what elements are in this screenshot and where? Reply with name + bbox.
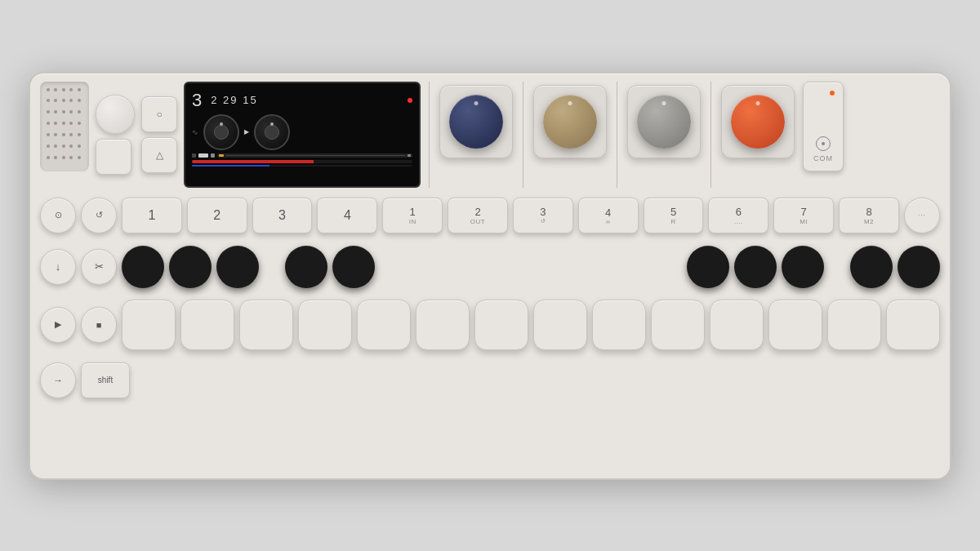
pad-9[interactable]: [782, 246, 824, 288]
dots-button[interactable]: ···: [904, 198, 940, 233]
play-button[interactable]: ▶: [40, 307, 76, 343]
key-5[interactable]: [357, 300, 411, 350]
screen-dial-right: [254, 114, 290, 150]
record-icon: ⊙: [55, 210, 62, 220]
knob-orange[interactable]: [731, 95, 785, 149]
speaker-grille: [40, 82, 89, 171]
pad-8[interactable]: [734, 246, 777, 288]
ch2out-num: 2: [474, 206, 480, 218]
track-number: 3: [192, 90, 201, 111]
arrow-icon: →: [53, 375, 63, 386]
knob-platform-3: [627, 85, 701, 158]
channel-button-1[interactable]: 1: [122, 198, 182, 233]
ch2out-sub: OUT: [470, 218, 485, 225]
key-9[interactable]: [592, 300, 646, 350]
microphone-icon: ○: [156, 109, 162, 120]
key-14[interactable]: [886, 300, 940, 350]
ch4l-num: 4: [605, 207, 611, 219]
key-row: ▶ ■: [40, 297, 940, 353]
dots-icon: ···: [918, 211, 926, 219]
waveform-icon: ∿: [192, 128, 198, 136]
key-12[interactable]: [768, 300, 822, 350]
pad-2[interactable]: [169, 246, 212, 288]
knob-tan[interactable]: [543, 95, 597, 149]
pad-7[interactable]: [687, 246, 729, 288]
pad-11[interactable]: [898, 246, 940, 288]
ch6-num: 6: [736, 206, 742, 218]
screen-dial-left: [203, 114, 239, 150]
key-2[interactable]: [180, 300, 234, 350]
ch7mi-sub: MI: [800, 218, 808, 225]
shift-button[interactable]: shift: [81, 362, 130, 398]
play-icon: ▶: [244, 128, 249, 136]
ch5r-num: 5: [670, 206, 676, 218]
screen: 3 2 29 15 ∿ ▶: [184, 82, 421, 188]
key-13[interactable]: [827, 300, 881, 350]
pad-5[interactable]: [332, 246, 375, 288]
channel-button-7mi[interactable]: 7 MI: [773, 198, 834, 233]
channel-button-3[interactable]: 3: [252, 198, 313, 233]
knob-platform-1: [439, 85, 513, 158]
knob-platform-2: [533, 85, 607, 158]
key-1[interactable]: [122, 300, 176, 350]
channel-button-6[interactable]: 6 ....: [708, 198, 768, 233]
loop-icon: ↺: [96, 210, 103, 220]
divider-1: [429, 82, 430, 188]
screen-counter: 2 29 15: [211, 94, 257, 106]
channel-button-5r[interactable]: 5 R: [644, 198, 704, 233]
ch7mi-num: 7: [801, 206, 807, 218]
record-button[interactable]: ⊙: [40, 198, 76, 233]
top-section: ○ △ 3 2 29 15 ∿ ▶: [40, 82, 940, 188]
key-4[interactable]: [298, 300, 352, 350]
scissors-button[interactable]: ✂: [81, 249, 117, 285]
channel-1-num: 1: [148, 208, 155, 223]
channel-button-4[interactable]: 4: [317, 198, 377, 233]
ch5r-sub: R: [670, 218, 675, 225]
key-3[interactable]: [239, 300, 293, 350]
channel-button-2[interactable]: 2: [187, 198, 247, 233]
channel-button-4l[interactable]: 4 ∞: [578, 198, 639, 233]
com-circle-icon: [816, 136, 831, 151]
sequencer: [192, 153, 412, 167]
loop-button[interactable]: ↺: [81, 198, 117, 233]
download-button[interactable]: ↓: [40, 249, 76, 285]
channel-button-1in[interactable]: 1 IN: [382, 198, 443, 233]
channel-button-3g[interactable]: 3 ↺: [513, 198, 573, 233]
key-8[interactable]: [533, 300, 587, 350]
play-icon: ▶: [55, 319, 61, 330]
channel-button-8m2[interactable]: 8 M2: [839, 198, 899, 233]
knob-top-button[interactable]: [96, 95, 135, 134]
channel-row: ⊙ ↺ 1 2 3 4 1 IN 2 OUT 3 ↺: [40, 194, 940, 237]
stop-button[interactable]: ■: [81, 307, 117, 343]
record-indicator: [408, 98, 412, 103]
stop-icon: ■: [96, 320, 102, 330]
ch8m2-sub: M2: [864, 218, 874, 225]
wave-icon: △: [156, 149, 163, 161]
small-icon-col: ○ △: [141, 82, 177, 188]
key-10[interactable]: [651, 300, 705, 350]
pad-4[interactable]: [285, 246, 327, 288]
knob-gray[interactable]: [637, 95, 691, 149]
knob-navy[interactable]: [449, 95, 503, 149]
channel-button-2out[interactable]: 2 OUT: [448, 198, 508, 233]
pad-10[interactable]: [850, 246, 893, 288]
microphone-button[interactable]: ○: [141, 96, 177, 132]
bottom-row: → shift: [40, 359, 940, 402]
channel-4-num: 4: [344, 208, 351, 223]
wave-button[interactable]: △: [141, 137, 177, 173]
key-11[interactable]: [710, 300, 764, 350]
ch8m2-num: 8: [866, 206, 871, 218]
divider-3: [617, 82, 617, 188]
key-6[interactable]: [416, 300, 470, 350]
download-icon: ↓: [56, 260, 61, 273]
com-label: COM: [813, 154, 833, 162]
pad-3[interactable]: [216, 246, 259, 288]
com-button[interactable]: COM: [803, 82, 844, 171]
scissors-icon: ✂: [95, 260, 104, 273]
square-button-1[interactable]: [96, 139, 131, 175]
arrow-button[interactable]: →: [40, 362, 76, 398]
divider-2: [523, 82, 523, 188]
key-7[interactable]: [474, 300, 528, 350]
pad-1[interactable]: [122, 246, 164, 288]
channel-3-num: 3: [278, 208, 286, 223]
